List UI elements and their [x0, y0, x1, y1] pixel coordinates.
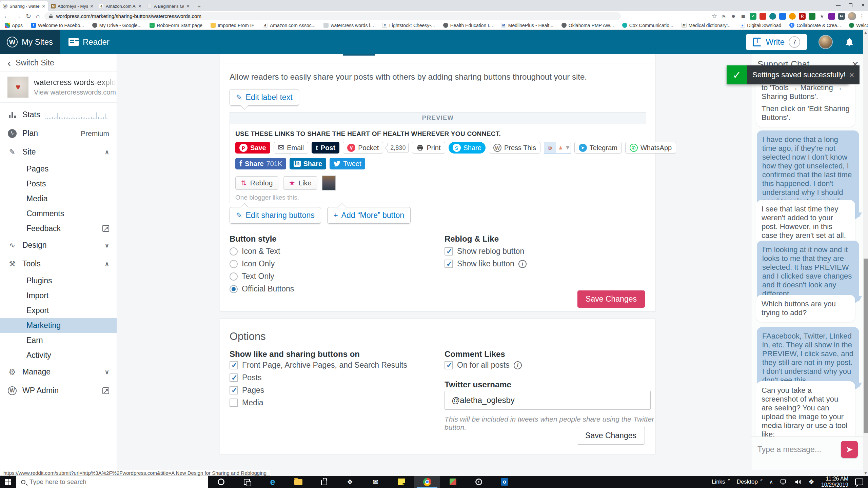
radio-official-buttons[interactable]: Official Buttons: [230, 284, 294, 294]
start-button[interactable]: [0, 476, 16, 488]
bookmark-item[interactable]: Health Education I...: [443, 23, 493, 28]
downvote-icon[interactable]: ▼: [565, 144, 571, 151]
extension-icon[interactable]: [769, 13, 776, 20]
tab-close-icon[interactable]: ✕: [42, 4, 45, 9]
upvote-icon[interactable]: ▲: [558, 144, 564, 151]
sidebar-item-marketing[interactable]: Marketing: [0, 318, 117, 333]
notification-close-icon[interactable]: ×: [849, 70, 854, 80]
radio-selected-icon[interactable]: [230, 285, 238, 293]
back-icon[interactable]: ←: [3, 13, 10, 19]
bookmark-item[interactable]: MMedical dictionary:...: [682, 23, 732, 28]
tab-close-icon[interactable]: ✕: [138, 4, 142, 9]
radio-icon[interactable]: [230, 247, 238, 256]
reddit-vote-widget[interactable]: ☺ ▲ ▼: [544, 142, 571, 154]
network-icon[interactable]: [780, 478, 787, 486]
sidebar-item-pages[interactable]: Pages: [0, 161, 117, 176]
scrollbar-thumb[interactable]: [864, 259, 868, 433]
bookmark-item[interactable]: IILightstock: Cheesy-...: [382, 23, 435, 28]
reader-button[interactable]: Reader: [60, 37, 118, 47]
radio-icon[interactable]: [230, 260, 238, 268]
extension-icon[interactable]: [789, 13, 796, 20]
sidebar-item-manage[interactable]: ⚙ Manage ∨: [0, 363, 117, 381]
sidebar-item-posts[interactable]: Posts: [0, 176, 117, 191]
volume-icon[interactable]: [794, 478, 802, 486]
bookmark-item[interactable]: watercress words l...: [323, 23, 374, 28]
store-button[interactable]: [311, 476, 337, 488]
radio-icon-text[interactable]: Icon & Text: [230, 246, 294, 256]
print-button[interactable]: Print: [412, 142, 445, 154]
extension-icon[interactable]: [779, 13, 786, 20]
save-changes-button[interactable]: Save Changes: [577, 290, 645, 308]
photos-button[interactable]: [440, 476, 466, 488]
radio-icon-only[interactable]: Icon Only: [230, 259, 294, 269]
whatsapp-share-button[interactable]: ✆WhatsApp: [625, 142, 676, 154]
forward-icon[interactable]: →: [15, 13, 21, 19]
write-button[interactable]: Write 7: [746, 34, 807, 50]
sidebar-item-media[interactable]: Media: [0, 191, 117, 206]
liker-avatar[interactable]: [322, 176, 336, 190]
profile-avatar[interactable]: [848, 12, 856, 20]
pocket-button[interactable]: ∨Pocket: [343, 142, 383, 154]
dropbox-tray-icon[interactable]: ❖: [808, 478, 814, 486]
extension-icon[interactable]: ★: [818, 13, 825, 20]
page-scrollbar[interactable]: ▲ ▼: [863, 30, 868, 476]
close-icon[interactable]: ✕: [860, 2, 866, 8]
email-share-button[interactable]: ✉Email: [274, 142, 308, 154]
taskbar-search-input[interactable]: [29, 478, 203, 486]
pinterest-save-button[interactable]: PSave: [235, 142, 270, 154]
bookmark-item[interactable]: ··RoboForm Start page: [150, 23, 202, 28]
minimize-icon[interactable]: —: [835, 2, 841, 8]
chat-message-input[interactable]: [753, 442, 831, 458]
tray-expand-icon[interactable]: ∧: [769, 479, 773, 485]
checkbox-media[interactable]: Media: [230, 398, 407, 408]
sidebar-item-export[interactable]: Export: [0, 303, 117, 318]
like-button[interactable]: ★Like: [283, 176, 317, 190]
url-bar[interactable]: wordpress.com/marketing/sharing-buttons/…: [44, 12, 621, 20]
site-card[interactable]: ♥ watercress words-exploring and s View …: [0, 72, 117, 103]
sidebar-item-comments[interactable]: Comments: [0, 206, 117, 221]
outlook-button[interactable]: o: [492, 476, 517, 488]
extension-icon[interactable]: R: [799, 13, 806, 20]
bookmark-apps[interactable]: Apps: [5, 23, 23, 28]
checkbox-icon[interactable]: [445, 247, 453, 256]
checkbox-pages[interactable]: Pages: [230, 385, 407, 395]
checkbox-icon[interactable]: [230, 361, 238, 369]
file-explorer-button[interactable]: [285, 476, 311, 488]
sidebar-item-plugins[interactable]: Plugins: [0, 273, 117, 288]
sidebar-item-activity[interactable]: Activity: [0, 348, 117, 363]
bookmark-item[interactable]: CCollaborate & Crea...: [789, 23, 841, 28]
bookmark-item[interactable]: MMedlinePlus - Healt...: [501, 23, 553, 28]
radio-text-only[interactable]: Text Only: [230, 271, 294, 281]
skype-share-button[interactable]: SShare: [449, 142, 486, 154]
sidebar-item-site[interactable]: ✎ Site ∧: [0, 143, 117, 161]
extension-icon[interactable]: [760, 13, 766, 20]
home-icon[interactable]: ⌂: [36, 13, 40, 19]
telegram-share-button[interactable]: ➤Telegram: [574, 142, 622, 154]
sticky-notes-button[interactable]: [389, 476, 414, 488]
checkbox-icon[interactable]: [445, 260, 453, 268]
bookmark-item[interactable]: aAmazon.com Assoc...: [263, 23, 316, 28]
checkbox-show-reblog[interactable]: Show reblog button: [445, 246, 527, 256]
extension-icon[interactable]: [828, 13, 835, 20]
reblog-button[interactable]: ⇅Reblog: [235, 176, 278, 190]
cortana-button[interactable]: [208, 476, 234, 488]
taskbar-search[interactable]: [16, 476, 208, 488]
bookmark-item[interactable]: Welcome Back: [849, 23, 868, 28]
add-more-button[interactable]: + Add “More” button: [327, 207, 411, 224]
task-view-button[interactable]: [234, 476, 260, 488]
sidebar-item-plan[interactable]: ϟ Plan Premium: [0, 124, 117, 143]
sidebar-item-wp-admin[interactable]: W WP Admin ↗: [0, 381, 117, 400]
bookmark-item[interactable]: Oklahoma PMP AW...: [561, 23, 614, 28]
extension-icon[interactable]: [809, 13, 815, 20]
sidebar-item-import[interactable]: Import: [0, 288, 117, 303]
bookmark-item[interactable]: Cox Communicatio...: [622, 23, 673, 28]
mail-button[interactable]: ✉: [363, 476, 389, 488]
extension-icon[interactable]: ✂: [838, 13, 845, 20]
info-icon[interactable]: i: [514, 361, 522, 369]
scroll-up-icon[interactable]: ▲: [863, 30, 868, 35]
extension-icon[interactable]: ◳: [720, 13, 727, 20]
taskbar-clock[interactable]: 11:26 AM 10/29/2019: [821, 476, 848, 488]
edit-label-text-button[interactable]: ✎ Edit label text: [230, 89, 299, 106]
action-center-icon[interactable]: [855, 479, 863, 485]
new-tab-button[interactable]: +: [195, 2, 203, 11]
